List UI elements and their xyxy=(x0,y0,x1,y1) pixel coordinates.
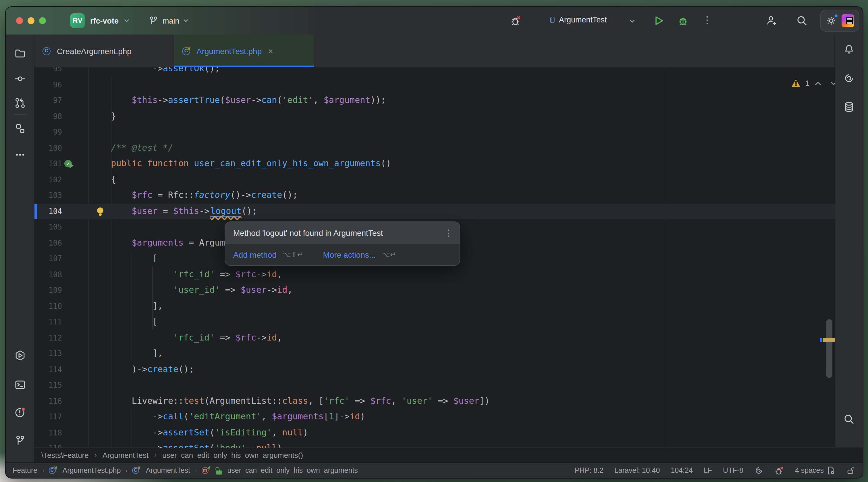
run-configuration-selector[interactable]: ArgumentTest xyxy=(559,16,607,24)
line-separator-widget[interactable]: LF xyxy=(704,466,712,475)
settings-and-ide-menu[interactable] xyxy=(820,10,859,32)
line-number: 101 xyxy=(34,156,62,172)
line-number: 103 xyxy=(34,188,62,203)
writable-lock-icon[interactable] xyxy=(846,466,855,475)
more-actions-link[interactable]: More actions... xyxy=(323,250,376,259)
scrollbar-thumb[interactable] xyxy=(826,319,832,378)
php-version-widget[interactable]: PHP: 8.2 xyxy=(575,466,603,475)
code-text: 'rfc_id' => $rfc->id, xyxy=(90,266,282,282)
code-text: ->assertSet('isEditing', null) xyxy=(90,425,308,441)
close-window-button[interactable] xyxy=(16,17,23,24)
breadcrumb-namespace[interactable]: \Tests\Feature xyxy=(41,451,89,459)
database-tool-icon[interactable] xyxy=(843,101,855,113)
ai-assistant-icon[interactable] xyxy=(843,73,855,84)
laravel-version-widget[interactable]: Laravel: 10.40 xyxy=(614,466,660,475)
popup-menu-icon[interactable]: ⋮ xyxy=(444,228,453,238)
error-hint-popup: Method 'logout' not found in ArgumentTes… xyxy=(225,222,460,266)
encoding-widget[interactable]: UTF-8 xyxy=(723,466,743,475)
code-line[interactable]: 100 /** @test */ xyxy=(34,140,835,156)
commit-tool-icon[interactable] xyxy=(14,73,26,85)
nav-class[interactable]: ArgumentTest xyxy=(146,466,190,475)
code-line[interactable]: 115 xyxy=(34,377,835,393)
git-tool-icon[interactable] xyxy=(14,435,26,446)
code-line[interactable]: 99 xyxy=(34,124,835,140)
vcs-branch-widget[interactable]: main xyxy=(148,13,189,28)
ide-window: RV rfc-vote main xyxy=(5,6,863,479)
zoom-window-button[interactable] xyxy=(39,17,46,24)
chevron-down-icon[interactable] xyxy=(629,20,635,23)
code-line[interactable]: 112 'rfc_id' => $rfc->id, xyxy=(34,330,835,346)
search-everywhere-icon[interactable] xyxy=(796,15,808,26)
mute-breakpoints-icon[interactable] xyxy=(510,15,522,26)
line-number: 109 xyxy=(34,282,62,298)
line-number: 117 xyxy=(34,409,62,425)
pull-requests-tool-icon[interactable] xyxy=(14,97,26,109)
terminal-tool-icon[interactable] xyxy=(14,379,26,391)
add-method-link[interactable]: Add method xyxy=(233,250,277,259)
laravel-idea-icon[interactable] xyxy=(754,466,764,475)
previous-problem-icon[interactable] xyxy=(814,81,822,85)
chevron-down-icon xyxy=(184,19,189,23)
code-line[interactable]: 116 Livewire::test(ArgumentList::class, … xyxy=(34,393,835,409)
services-tool-icon[interactable] xyxy=(14,350,26,361)
public-visibility-icon xyxy=(215,466,223,475)
notifications-bell-icon[interactable] xyxy=(843,44,855,55)
code-line[interactable]: 108 'rfc_id' => $rfc->id, xyxy=(34,266,835,282)
code-text: [ xyxy=(90,314,158,330)
code-line[interactable]: 104 $user = $this->logout(); xyxy=(34,203,835,219)
code-line[interactable]: 95 ->assertOk(); xyxy=(34,67,835,77)
line-number: 118 xyxy=(34,425,62,441)
code-line[interactable]: 97 $this->assertTrue($user->can('edit', … xyxy=(34,93,835,108)
project-widget[interactable]: RV rfc-vote xyxy=(70,13,129,28)
nav-file[interactable]: ArgumentTest.php xyxy=(63,466,121,475)
chevron-down-icon xyxy=(124,19,129,23)
code-line[interactable]: 98 } xyxy=(34,108,835,124)
line-number: 96 xyxy=(34,77,62,93)
code-line[interactable]: 103 $rfc = Rfc::factory()->create(); xyxy=(34,188,835,203)
next-problem-icon[interactable] xyxy=(830,81,835,85)
code-with-me-icon[interactable] xyxy=(766,15,777,26)
debug-button[interactable] xyxy=(677,15,689,26)
caret-position-widget[interactable]: 104:24 xyxy=(671,466,692,475)
more-tools-icon[interactable] xyxy=(14,149,26,161)
code-line[interactable]: 117 ->call('editArgument', $arguments[1]… xyxy=(34,409,835,425)
nav-folder[interactable]: Feature xyxy=(13,466,37,475)
code-line[interactable]: 114 )->create(); xyxy=(34,362,835,377)
problems-tool-icon[interactable] xyxy=(14,407,26,418)
code-line[interactable]: 111 [ xyxy=(34,314,835,330)
scrollbar-warning-mark[interactable] xyxy=(823,338,835,342)
code-line[interactable]: 96 xyxy=(34,77,835,93)
close-tab-icon[interactable]: × xyxy=(268,47,273,55)
line-number: 113 xyxy=(34,346,62,362)
gear-icon[interactable] xyxy=(826,15,837,26)
tab-argument-test[interactable]: C ArgumentTest.php × xyxy=(174,34,314,67)
find-tool-icon[interactable] xyxy=(843,414,855,425)
line-number: 97 xyxy=(34,93,62,108)
breadcrumb-class[interactable]: ArgumentTest xyxy=(102,451,149,459)
line-number: 102 xyxy=(34,172,62,188)
indent-widget[interactable]: 4 spaces xyxy=(795,466,835,475)
status-bar: Feature › C ArgumentTest.php › C Argumen… xyxy=(6,462,863,478)
more-actions-icon[interactable]: ⋮ xyxy=(703,15,714,26)
code-line[interactable]: 118 ->assertSet('isEditing', null) xyxy=(34,425,835,441)
nav-method[interactable]: user_can_edit_only_his_own_arguments xyxy=(227,466,358,475)
intention-bulb-icon[interactable] xyxy=(96,206,104,219)
line-number: 99 xyxy=(34,124,62,140)
project-tool-icon[interactable] xyxy=(14,48,26,59)
inspections-widget[interactable]: 1 xyxy=(792,79,835,87)
phpstorm-logo[interactable] xyxy=(842,15,854,27)
tab-create-argument[interactable]: C CreateArgument.php xyxy=(34,34,174,67)
code-text: } xyxy=(90,108,116,124)
code-line[interactable]: 102 { xyxy=(34,172,835,188)
settings-notification-dot xyxy=(834,14,838,18)
file-settings-icon xyxy=(826,466,835,475)
code-line[interactable]: 113 ], xyxy=(34,346,835,362)
minimize-window-button[interactable] xyxy=(28,17,34,24)
code-line[interactable]: 101✓ public function user_can_edit_only_… xyxy=(34,156,835,172)
structure-tool-icon[interactable] xyxy=(14,122,26,134)
code-line[interactable]: 110 ], xyxy=(34,298,835,314)
code-line[interactable]: 109 'user_id' => $user->id, xyxy=(34,282,835,298)
run-button[interactable] xyxy=(653,15,664,26)
breadcrumb-method[interactable]: user_can_edit_only_his_own_arguments() xyxy=(162,451,303,459)
no-debugger-icon[interactable] xyxy=(774,465,784,475)
